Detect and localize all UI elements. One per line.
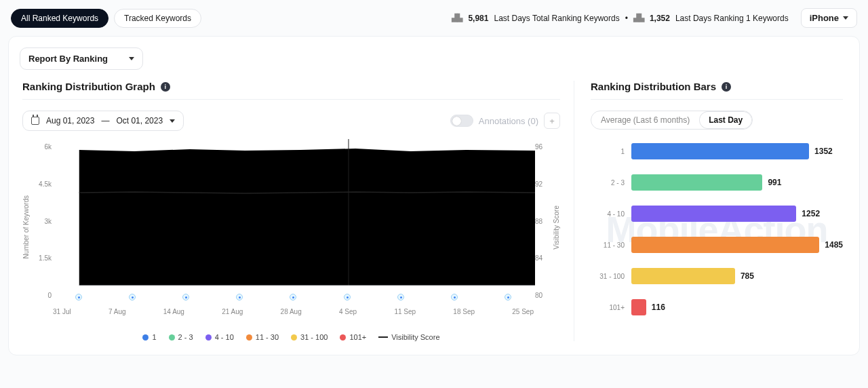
bar-row-4-10: 4 - 10 1252 — [591, 206, 843, 222]
tab-tracked[interactable]: Tracked Keywords — [114, 9, 201, 28]
marker-dot[interactable] — [397, 294, 404, 300]
annotations-label: Annotations (0) — [479, 116, 538, 126]
panel-title-bars: Ranking Distribution Bars i — [591, 81, 731, 92]
legend-item-2-3[interactable]: 2 - 3 — [169, 333, 193, 341]
marker-dot[interactable] — [451, 294, 458, 300]
chevron-down-icon — [843, 16, 848, 20]
watermark: MobileAction — [591, 143, 843, 315]
bar-value: 1252 — [802, 209, 820, 218]
panel-title-graph: Ranking Distribution Graph i — [22, 81, 170, 92]
chevron-down-icon — [170, 119, 175, 123]
chevron-down-icon — [129, 57, 134, 60]
x-tick: 28 Aug — [281, 308, 302, 315]
marker-dot[interactable] — [182, 294, 189, 300]
info-icon[interactable]: i — [161, 82, 170, 92]
marker-dot[interactable] — [129, 294, 136, 300]
keyword-tabs: All Ranked Keywords Tracked Keywords — [11, 9, 201, 28]
y-tick: 80 — [535, 292, 553, 299]
annotations-controls: Annotations (0) + — [450, 113, 560, 129]
y-tick: 3k — [30, 218, 52, 225]
y-tick: 1.5k — [30, 254, 52, 262]
stat-rank1-num: 1,352 — [650, 14, 670, 23]
legend-item-101[interactable]: 101+ — [340, 333, 366, 341]
bar-row-1: 1 1352 — [591, 143, 843, 159]
legend-item-visibility[interactable]: Visibility Score — [378, 333, 439, 341]
legend-item-4-10[interactable]: 4 - 10 — [205, 333, 234, 341]
add-annotation-button[interactable]: + — [544, 113, 560, 129]
bar-label: 2 - 3 — [591, 179, 625, 187]
marker-dot[interactable] — [290, 294, 296, 300]
bar-value: 1485 — [825, 240, 843, 250]
y-tick: 84 — [535, 254, 553, 262]
x-axis: 31 Jul 7 Aug 14 Aug 21 Aug 28 Aug 4 Sep … — [52, 308, 535, 315]
panel-title-text: Ranking Distribution Bars — [591, 81, 716, 92]
svg-rect-3 — [79, 203, 535, 231]
y-tick: 4.5k — [30, 180, 52, 188]
panel-title-text: Ranking Distribution Graph — [22, 81, 155, 92]
date-dash: — — [101, 116, 109, 125]
y-axis-right-label: Visibility Score — [553, 206, 560, 250]
stat-separator: • — [625, 14, 628, 23]
calendar-icon — [31, 117, 39, 125]
header-stats: ▟▙ 5,981 Last Days Total Ranking Keyword… — [452, 8, 857, 28]
stat-total-label: Last Days Total Ranking Keywords — [494, 14, 619, 23]
stat-rank1-label: Last Days Ranking 1 Keywords — [675, 14, 789, 23]
annotations-toggle[interactable] — [450, 115, 473, 127]
legend-item-31-100[interactable]: 31 - 100 — [291, 333, 328, 341]
marker-dot[interactable] — [75, 294, 82, 300]
podium-icon: ▟▙ — [633, 14, 644, 22]
date-to: Oct 01, 2023 — [116, 116, 163, 125]
area-chart-svg — [52, 139, 535, 299]
bar-row-11-30: 11 - 30 1485 — [591, 237, 843, 253]
marker-dot[interactable] — [236, 294, 243, 300]
report-type-select[interactable]: Report By Ranking — [20, 47, 143, 70]
tab-all-ranked[interactable]: All Ranked Keywords — [11, 9, 108, 28]
bar-value: 785 — [741, 271, 754, 281]
x-tick: 21 Aug — [222, 308, 243, 315]
bar-label: 1 — [591, 148, 625, 155]
device-label: iPhone — [810, 13, 839, 23]
timeline-markers — [52, 294, 535, 300]
toggle-last-day[interactable]: Last Day — [699, 111, 752, 129]
stat-total-num: 5,981 — [468, 14, 488, 23]
panel-distribution-bars: Ranking Distribution Bars i Average (Las… — [574, 81, 859, 341]
bar-row-2-3: 2 - 3 991 — [591, 174, 843, 191]
chart-legend: 1 2 - 3 4 - 10 11 - 30 31 - 100 101+ Vis… — [22, 333, 560, 341]
bar-value: 116 — [652, 303, 665, 312]
panel-distribution-graph: Ranking Distribution Graph i Aug 01, 202… — [9, 81, 574, 341]
marker-dot[interactable] — [344, 294, 351, 300]
x-tick: 11 Sep — [394, 308, 416, 315]
info-icon[interactable]: i — [722, 82, 731, 92]
bar-chart: MobileAction 1 1352 2 - 3 991 4 - 10 125… — [591, 143, 843, 315]
svg-marker-5 — [79, 149, 535, 180]
bar-label: 101+ — [591, 304, 625, 311]
bar-value: 1352 — [814, 147, 833, 156]
y-tick: 96 — [535, 143, 553, 151]
svg-rect-2 — [79, 231, 535, 265]
legend-item-11-30[interactable]: 11 - 30 — [246, 333, 279, 341]
y-axis-right: 96 92 88 84 80 — [535, 139, 553, 315]
y-tick: 88 — [535, 218, 553, 225]
svg-rect-1 — [79, 265, 535, 283]
y-axis-left-label: Number of Keywords — [22, 195, 30, 258]
y-tick: 0 — [30, 292, 52, 299]
content-card: Report By Ranking Ranking Distribution G… — [8, 36, 860, 355]
date-from: Aug 01, 2023 — [46, 116, 94, 125]
area-chart: MobileAction Number of Keywords 6k 4.5k … — [22, 139, 560, 315]
y-axis-left: 6k 4.5k 3k 1.5k 0 — [30, 139, 52, 315]
date-range-picker[interactable]: Aug 01, 2023 — Oct 01, 2023 — [22, 111, 184, 131]
device-select[interactable]: iPhone — [801, 8, 857, 28]
bar-label: 31 - 100 — [591, 273, 625, 280]
podium-icon: ▟▙ — [452, 14, 462, 22]
bar-label: 11 - 30 — [591, 241, 625, 249]
legend-item-1[interactable]: 1 — [142, 333, 156, 341]
svg-rect-0 — [79, 283, 535, 286]
bars-period-toggle: Average (Last 6 months) Last Day — [591, 111, 753, 130]
marker-dot[interactable] — [505, 294, 511, 300]
bar-value: 991 — [768, 178, 781, 187]
bar-label: 4 - 10 — [591, 210, 625, 218]
y-tick: 6k — [30, 143, 52, 151]
toggle-average[interactable]: Average (Last 6 months) — [591, 111, 699, 129]
x-tick: 31 Jul — [53, 308, 71, 315]
bar-row-31-100: 31 - 100 785 — [591, 268, 843, 284]
